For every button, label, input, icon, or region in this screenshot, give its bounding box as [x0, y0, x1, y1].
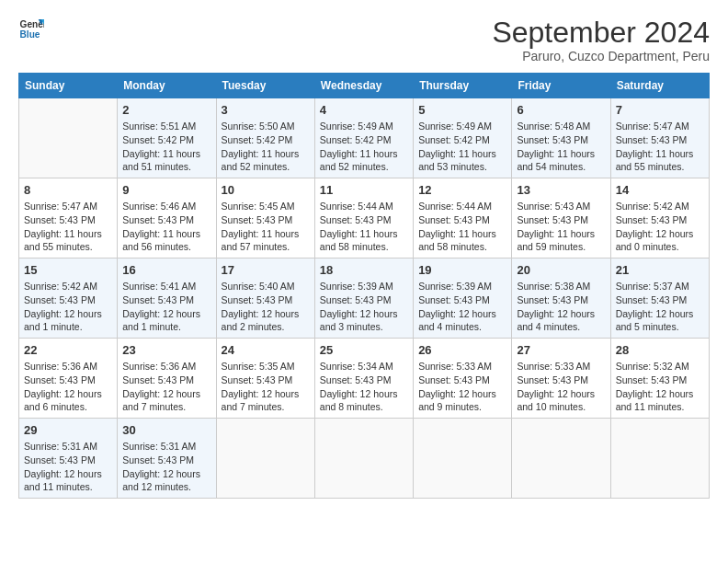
- calendar-cell: 2Sunrise: 5:51 AMSunset: 5:42 PMDaylight…: [118, 98, 216, 178]
- logo: General Blue: [18, 17, 44, 42]
- day-number: 19: [418, 262, 506, 279]
- calendar-cell: 12Sunrise: 5:44 AMSunset: 5:43 PMDayligh…: [414, 178, 512, 259]
- day-number: 14: [616, 182, 704, 199]
- col-tuesday: Tuesday: [216, 74, 314, 98]
- day-number: 23: [122, 342, 210, 359]
- day-number: 2: [122, 102, 210, 119]
- day-number: 22: [24, 342, 112, 359]
- day-number: 10: [222, 182, 310, 199]
- calendar-cell: 14Sunrise: 5:42 AMSunset: 5:43 PMDayligh…: [610, 178, 709, 259]
- calendar-cell: 28Sunrise: 5:32 AMSunset: 5:43 PMDayligh…: [610, 339, 709, 419]
- day-number: 26: [418, 342, 506, 359]
- calendar-cell: [512, 418, 610, 498]
- col-wednesday: Wednesday: [314, 74, 413, 98]
- calendar-cell: 6Sunrise: 5:48 AMSunset: 5:43 PMDaylight…: [512, 98, 610, 178]
- day-number: 25: [320, 342, 408, 359]
- calendar-header-row: Sunday Monday Tuesday Wednesday Thursday…: [19, 74, 710, 98]
- calendar-cell: [19, 98, 118, 178]
- calendar-cell: 23Sunrise: 5:36 AMSunset: 5:43 PMDayligh…: [118, 339, 216, 419]
- calendar-week-row: 8Sunrise: 5:47 AMSunset: 5:43 PMDaylight…: [19, 178, 710, 259]
- col-sunday: Sunday: [19, 74, 118, 98]
- day-number: 13: [517, 182, 605, 199]
- calendar-cell: 7Sunrise: 5:47 AMSunset: 5:43 PMDaylight…: [610, 98, 709, 178]
- calendar-cell: 24Sunrise: 5:35 AMSunset: 5:43 PMDayligh…: [216, 339, 314, 419]
- calendar-cell: 21Sunrise: 5:37 AMSunset: 5:43 PMDayligh…: [610, 259, 709, 339]
- day-number: 8: [24, 182, 112, 199]
- calendar-cell: 30Sunrise: 5:31 AMSunset: 5:43 PMDayligh…: [118, 418, 216, 498]
- day-number: 21: [616, 262, 704, 279]
- calendar-cell: 4Sunrise: 5:49 AMSunset: 5:42 PMDaylight…: [314, 98, 413, 178]
- calendar-cell: 15Sunrise: 5:42 AMSunset: 5:43 PMDayligh…: [19, 259, 118, 339]
- subtitle: Paruro, Cuzco Department, Peru: [492, 49, 710, 63]
- day-number: 6: [517, 102, 605, 119]
- day-number: 5: [418, 102, 506, 119]
- day-number: 16: [122, 262, 210, 279]
- calendar-cell: 8Sunrise: 5:47 AMSunset: 5:43 PMDaylight…: [19, 178, 118, 259]
- day-number: 4: [320, 102, 408, 119]
- day-number: 29: [24, 422, 112, 439]
- col-friday: Friday: [512, 74, 610, 98]
- logo-icon: General Blue: [18, 17, 44, 42]
- calendar-cell: [314, 418, 413, 498]
- day-number: 28: [616, 342, 704, 359]
- calendar-cell: 16Sunrise: 5:41 AMSunset: 5:43 PMDayligh…: [118, 259, 216, 339]
- calendar-cell: [216, 418, 314, 498]
- day-number: 15: [24, 262, 112, 279]
- calendar-table: Sunday Monday Tuesday Wednesday Thursday…: [18, 73, 710, 499]
- calendar-week-row: 29Sunrise: 5:31 AMSunset: 5:43 PMDayligh…: [19, 418, 710, 498]
- calendar-cell: 20Sunrise: 5:38 AMSunset: 5:43 PMDayligh…: [512, 259, 610, 339]
- svg-text:Blue: Blue: [20, 29, 40, 40]
- col-monday: Monday: [118, 74, 216, 98]
- calendar-cell: 22Sunrise: 5:36 AMSunset: 5:43 PMDayligh…: [19, 339, 118, 419]
- page: General Blue September 2024 Paruro, Cuzc…: [0, 0, 728, 563]
- day-number: 11: [320, 182, 408, 199]
- calendar-cell: 11Sunrise: 5:44 AMSunset: 5:43 PMDayligh…: [314, 178, 413, 259]
- col-thursday: Thursday: [414, 74, 512, 98]
- day-number: 27: [517, 342, 605, 359]
- calendar-cell: 13Sunrise: 5:43 AMSunset: 5:43 PMDayligh…: [512, 178, 610, 259]
- calendar-cell: 27Sunrise: 5:33 AMSunset: 5:43 PMDayligh…: [512, 339, 610, 419]
- calendar-week-row: 22Sunrise: 5:36 AMSunset: 5:43 PMDayligh…: [19, 339, 710, 419]
- day-number: 12: [418, 182, 506, 199]
- day-number: 9: [122, 182, 210, 199]
- calendar-cell: 9Sunrise: 5:46 AMSunset: 5:43 PMDaylight…: [118, 178, 216, 259]
- calendar-cell: [610, 418, 709, 498]
- calendar-cell: [414, 418, 512, 498]
- calendar-cell: 10Sunrise: 5:45 AMSunset: 5:43 PMDayligh…: [216, 178, 314, 259]
- calendar-cell: 25Sunrise: 5:34 AMSunset: 5:43 PMDayligh…: [314, 339, 413, 419]
- day-number: 30: [122, 422, 210, 439]
- calendar-cell: 17Sunrise: 5:40 AMSunset: 5:43 PMDayligh…: [216, 259, 314, 339]
- calendar-cell: 18Sunrise: 5:39 AMSunset: 5:43 PMDayligh…: [314, 259, 413, 339]
- day-number: 3: [222, 102, 310, 119]
- day-number: 17: [222, 262, 310, 279]
- month-title: September 2024: [492, 17, 710, 49]
- calendar-cell: 29Sunrise: 5:31 AMSunset: 5:43 PMDayligh…: [19, 418, 118, 498]
- day-number: 24: [222, 342, 310, 359]
- calendar-cell: 5Sunrise: 5:49 AMSunset: 5:42 PMDaylight…: [414, 98, 512, 178]
- day-number: 20: [517, 262, 605, 279]
- calendar-cell: 26Sunrise: 5:33 AMSunset: 5:43 PMDayligh…: [414, 339, 512, 419]
- calendar-week-row: 15Sunrise: 5:42 AMSunset: 5:43 PMDayligh…: [19, 259, 710, 339]
- calendar-cell: 3Sunrise: 5:50 AMSunset: 5:42 PMDaylight…: [216, 98, 314, 178]
- calendar-week-row: 2Sunrise: 5:51 AMSunset: 5:42 PMDaylight…: [19, 98, 710, 178]
- title-block: September 2024 Paruro, Cuzco Department,…: [492, 17, 710, 63]
- col-saturday: Saturday: [610, 74, 709, 98]
- calendar-cell: 19Sunrise: 5:39 AMSunset: 5:43 PMDayligh…: [414, 259, 512, 339]
- day-number: 7: [616, 102, 704, 119]
- header: General Blue September 2024 Paruro, Cuzc…: [18, 17, 710, 63]
- day-number: 18: [320, 262, 408, 279]
